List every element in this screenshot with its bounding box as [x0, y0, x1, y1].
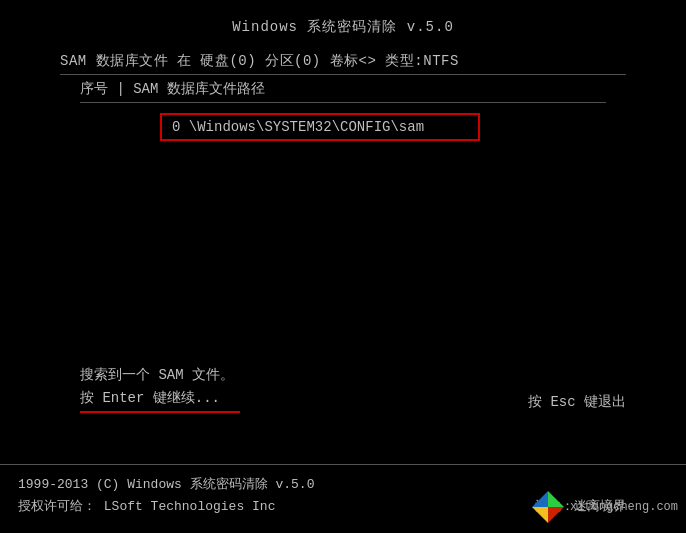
sam-path: 0 \Windows\SYSTEM32\CONFIG\sam: [172, 119, 424, 135]
table-header-text: 序号 | SAM 数据库文件路径: [80, 81, 265, 97]
divider-top: [60, 74, 626, 75]
title-bar: Windows 系统密码清除 v.5.0: [0, 0, 686, 46]
esc-hint: 按 Esc 键退出: [528, 393, 626, 411]
logo-icon: [530, 489, 566, 525]
search-underline: [80, 411, 240, 413]
footer-divider: [0, 464, 686, 473]
footer-left-line1: 1999-2013 (C) Windows 系统密码清除 v.5.0: [18, 474, 314, 496]
info-line: SAM 数据库文件 在 硬盘(0) 分区(0) 卷标<> 类型:NTFS: [0, 46, 686, 74]
sam-row: 0 \Windows\SYSTEM32\CONFIG\sam: [160, 113, 480, 141]
sam-info: SAM 数据库文件 在 硬盘(0) 分区(0) 卷标<> 类型:NTFS: [60, 53, 459, 69]
divider-mid: [80, 102, 606, 103]
svg-marker-2: [532, 507, 548, 523]
app-title: Windows 系统密码清除 v.5.0: [232, 19, 454, 35]
logo-area: xitongcheng.com: [530, 489, 678, 525]
footer-left-line2: 授权许可给： LSoft Technologies Inc: [18, 496, 314, 518]
watermark-text: xitongcheng.com: [570, 500, 678, 514]
footer-left: 1999-2013 (C) Windows 系统密码清除 v.5.0 授权许可给…: [18, 474, 314, 518]
svg-marker-1: [548, 491, 564, 507]
search-text-line2: 按 Enter 键继续...: [80, 387, 240, 409]
search-area: 搜索到一个 SAM 文件。 按 Enter 键继续...: [80, 364, 240, 413]
screen: Windows 系统密码清除 v.5.0 SAM 数据库文件 在 硬盘(0) 分…: [0, 0, 686, 533]
esc-text: 按 Esc 键退出: [528, 394, 626, 410]
svg-marker-3: [548, 507, 564, 523]
table-header: 序号 | SAM 数据库文件路径: [0, 75, 686, 102]
svg-marker-0: [532, 491, 548, 507]
search-text-line1: 搜索到一个 SAM 文件。: [80, 364, 240, 386]
sam-row-container: 0 \Windows\SYSTEM32\CONFIG\sam: [0, 103, 686, 147]
